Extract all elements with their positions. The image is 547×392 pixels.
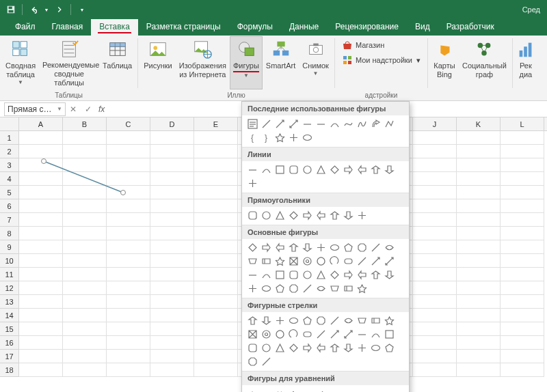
cell[interactable]: [150, 350, 194, 363]
row-header[interactable]: 13: [0, 295, 19, 309]
shape-option[interactable]: [260, 209, 272, 221]
cell[interactable]: [501, 199, 544, 213]
cell[interactable]: [457, 213, 501, 227]
bing-maps-button[interactable]: Карты Bing: [431, 37, 458, 89]
cell[interactable]: [19, 268, 63, 281]
row-header[interactable]: 15: [0, 322, 19, 336]
cell[interactable]: [19, 199, 63, 213]
cell[interactable]: [107, 268, 150, 281]
shape-option[interactable]: ＝: [301, 387, 313, 392]
save-icon[interactable]: [3, 2, 19, 17]
cell[interactable]: [457, 281, 501, 295]
shape-option[interactable]: [287, 117, 299, 130]
shape-option[interactable]: [301, 131, 313, 143]
tab-pagelayout[interactable]: Разметка страницы: [138, 19, 229, 36]
shape-option[interactable]: [369, 341, 382, 354]
cell[interactable]: [413, 172, 457, 186]
recommended-charts-button[interactable]: Рек диа: [516, 37, 536, 89]
cell[interactable]: [150, 309, 194, 322]
shape-option[interactable]: [315, 341, 327, 354]
cell[interactable]: [413, 240, 457, 254]
cell[interactable]: [413, 131, 457, 145]
shape-option[interactable]: [287, 314, 299, 326]
shape-option[interactable]: [274, 328, 286, 340]
cell[interactable]: [150, 199, 194, 213]
cell[interactable]: [63, 281, 107, 295]
cell[interactable]: [501, 213, 544, 227]
cell[interactable]: [150, 186, 194, 199]
shape-option[interactable]: [274, 268, 286, 281]
cell[interactable]: [194, 254, 238, 268]
cell[interactable]: [413, 213, 457, 227]
shape-option[interactable]: [315, 314, 327, 326]
cell[interactable]: [501, 227, 544, 240]
cancel-formula-button[interactable]: ✕: [66, 104, 81, 114]
shape-option[interactable]: [356, 268, 368, 281]
cell[interactable]: [19, 336, 63, 350]
cell[interactable]: [501, 172, 544, 186]
cell[interactable]: [194, 350, 238, 363]
cell[interactable]: [107, 145, 150, 158]
shape-option[interactable]: [246, 341, 258, 354]
cell[interactable]: [63, 213, 107, 227]
cell[interactable]: [19, 145, 63, 158]
shape-option[interactable]: [246, 117, 258, 130]
my-addins-button[interactable]: Мои надстройки ▾: [339, 53, 423, 67]
shape-option[interactable]: [369, 268, 382, 281]
shape-option[interactable]: [287, 241, 299, 253]
cell[interactable]: [457, 336, 501, 350]
cell[interactable]: [194, 131, 238, 145]
cell[interactable]: [194, 227, 238, 240]
shape-option[interactable]: [328, 117, 341, 130]
cell[interactable]: [107, 213, 150, 227]
cell[interactable]: [107, 363, 150, 377]
shape-option[interactable]: [287, 268, 299, 281]
tab-home[interactable]: Главная: [44, 19, 92, 36]
shape-option[interactable]: [301, 328, 313, 340]
cell[interactable]: [19, 281, 63, 295]
store-button[interactable]: Магазин: [339, 38, 423, 52]
tab-insert[interactable]: Вставка: [91, 19, 138, 36]
cell[interactable]: [194, 172, 238, 186]
column-header[interactable]: B: [63, 117, 107, 130]
cell[interactable]: [150, 363, 194, 377]
cell[interactable]: [150, 213, 194, 227]
shape-option[interactable]: [246, 268, 258, 281]
undo-caret[interactable]: ▼: [43, 2, 50, 17]
tab-file[interactable]: Файл: [7, 19, 44, 36]
cell[interactable]: [150, 227, 194, 240]
shape-option[interactable]: [274, 117, 286, 130]
shape-option[interactable]: [342, 209, 354, 221]
cell[interactable]: [19, 295, 63, 309]
row-header[interactable]: 1: [0, 131, 19, 145]
cell[interactable]: [19, 350, 63, 363]
cell[interactable]: [194, 213, 238, 227]
shape-option[interactable]: [383, 163, 395, 176]
shape-option[interactable]: [342, 328, 354, 340]
cell[interactable]: [413, 199, 457, 213]
row-header[interactable]: 3: [0, 158, 19, 172]
row-header[interactable]: 7: [0, 213, 19, 227]
cell[interactable]: [501, 363, 544, 377]
shape-option[interactable]: [342, 117, 354, 130]
shape-option[interactable]: [274, 241, 286, 253]
tab-data[interactable]: Данные: [281, 19, 327, 36]
shape-option[interactable]: [301, 268, 313, 281]
cell[interactable]: [19, 213, 63, 227]
undo-icon[interactable]: [25, 2, 42, 17]
shape-option[interactable]: [356, 209, 368, 221]
cell[interactable]: [19, 363, 63, 377]
cell[interactable]: [457, 158, 501, 172]
cell[interactable]: [63, 295, 107, 309]
cell[interactable]: [150, 158, 194, 172]
shape-option[interactable]: [315, 117, 327, 130]
smartart-button[interactable]: SmartArt: [263, 37, 298, 89]
shape-option[interactable]: [342, 282, 354, 294]
row-header[interactable]: 6: [0, 199, 19, 213]
cell[interactable]: [457, 186, 501, 199]
shape-option[interactable]: [301, 282, 313, 294]
cell[interactable]: [19, 227, 63, 240]
shape-option[interactable]: [260, 314, 272, 326]
shape-option[interactable]: [369, 255, 382, 267]
cell[interactable]: [63, 145, 107, 158]
